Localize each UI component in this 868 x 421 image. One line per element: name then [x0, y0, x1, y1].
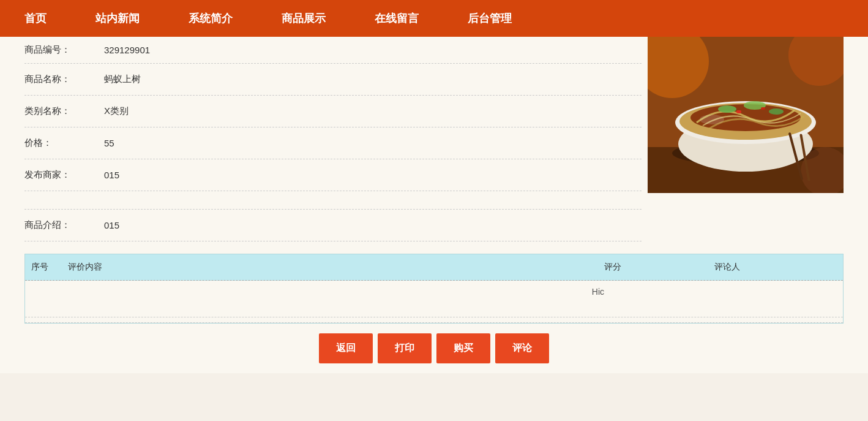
svg-point-12 — [700, 115, 724, 124]
product-name-row: 商品名称： 蚂蚁上树 — [24, 64, 642, 96]
reviews-section: 序号 评价内容 评分 评论人 Hic — [24, 254, 844, 324]
col-reviewer-header: 评论人 — [714, 262, 837, 273]
col-seq-header: 序号 — [31, 262, 68, 273]
hic-text: Hic — [592, 287, 604, 297]
food-image-svg — [648, 37, 844, 193]
product-name-value: 蚂蚁上树 — [104, 74, 141, 85]
product-category-value: X类别 — [104, 105, 129, 117]
product-merchant-row: 发布商家： 015 — [24, 159, 642, 191]
svg-point-7 — [718, 105, 736, 113]
nav-bar: 首页 站内新闻 系统简介 商品展示 在线留言 后台管理 — [0, 0, 868, 37]
product-id-label: 商品编号： — [24, 44, 104, 56]
main-content: 商品编号： 329129901 商品名称： 蚂蚁上树 类别名称： X类别 价格：… — [0, 37, 868, 373]
nav-products[interactable]: 商品展示 — [282, 11, 326, 26]
product-name-label: 商品名称： — [24, 74, 104, 85]
product-id-row: 商品编号： 329129901 — [24, 37, 642, 64]
svg-rect-11 — [761, 107, 765, 110]
col-content-header: 评价内容 — [68, 262, 604, 273]
spacer-row — [24, 191, 642, 210]
product-price-value: 55 — [104, 138, 114, 148]
reviews-bottom-divider — [25, 317, 843, 323]
product-image-container — [648, 37, 844, 193]
product-price-row: 价格： 55 — [24, 127, 642, 159]
buy-button[interactable]: 购买 — [436, 333, 490, 363]
print-button[interactable]: 打印 — [378, 333, 432, 363]
product-desc-row: 商品介绍： 015 — [24, 210, 642, 241]
product-desc-value: 015 — [104, 220, 119, 230]
product-id-value: 329129901 — [104, 45, 150, 55]
product-desc-label: 商品介绍： — [24, 219, 104, 231]
nav-message[interactable]: 在线留言 — [375, 11, 419, 26]
action-buttons-row: 返回 打印 购买 评论 — [24, 324, 844, 373]
reviews-header: 序号 评价内容 评分 评论人 — [25, 254, 843, 281]
back-button[interactable]: 返回 — [319, 333, 373, 363]
product-image — [648, 37, 844, 193]
nav-home[interactable]: 首页 — [24, 11, 47, 26]
nav-admin[interactable]: 后台管理 — [468, 11, 512, 26]
product-category-label: 类别名称： — [24, 105, 104, 117]
product-merchant-value: 015 — [104, 170, 119, 180]
reviews-body: Hic — [25, 281, 843, 317]
product-category-row: 类别名称： X类别 — [24, 96, 642, 127]
nav-intro[interactable]: 系统简介 — [189, 11, 233, 26]
nav-news[interactable]: 站内新闻 — [95, 11, 140, 26]
product-detail-section: 商品编号： 329129901 商品名称： 蚂蚁上树 类别名称： X类别 价格：… — [24, 37, 844, 241]
col-score-header: 评分 — [604, 262, 714, 273]
svg-point-9 — [769, 108, 784, 115]
svg-rect-10 — [736, 110, 741, 113]
product-price-label: 价格： — [24, 137, 104, 149]
comment-button[interactable]: 评论 — [495, 333, 549, 363]
product-merchant-label: 发布商家： — [24, 169, 104, 181]
